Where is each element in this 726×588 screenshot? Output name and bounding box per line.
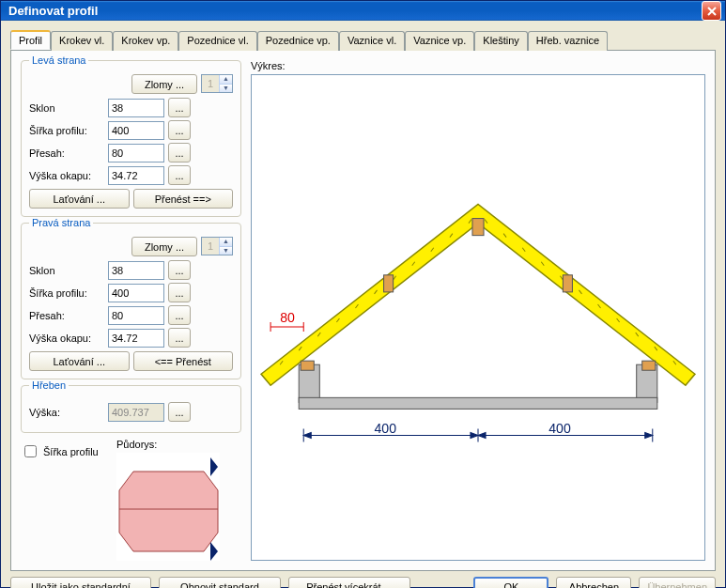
input-sklon-right[interactable] [108, 261, 164, 280]
more-vyska-right-button[interactable]: ... [168, 328, 191, 348]
tab-krokev-vp[interactable]: Krokev vp. [113, 31, 178, 51]
svg-marker-3 [210, 542, 218, 561]
legend-hreben: Hřeben [29, 379, 69, 391]
label-sklon-right: Sklon [29, 265, 104, 276]
spinner-up-icon[interactable]: ▲ [219, 75, 232, 85]
tabs-row: Profil Krokev vl. Krokev vp. Pozednice v… [10, 30, 716, 50]
more-hreben-button[interactable]: ... [168, 402, 191, 422]
input-sirka-right[interactable] [108, 284, 164, 302]
label-sklon-left: Sklon [29, 102, 104, 114]
spinner-down-icon[interactable]: ▼ [219, 85, 232, 93]
vykres-canvas: 80 400 400 [251, 74, 705, 561]
tab-klestiny[interactable]: Kleštiny [474, 31, 528, 51]
input-hreben-vyska [108, 403, 164, 422]
input-sklon-left[interactable] [108, 99, 164, 117]
more-sklon-right-button[interactable]: ... [168, 260, 191, 280]
pudorys-canvas [116, 453, 220, 561]
dialog-window: Definovat profil Profil Krokev vl. Kroke… [0, 0, 726, 588]
pudorys-label: Půdorys: [116, 439, 220, 450]
svg-marker-2 [210, 457, 218, 476]
tab-pozednice-vl[interactable]: Pozednice vl. [178, 31, 256, 51]
window-title: Definovat profil [8, 4, 702, 18]
input-vyska-left[interactable] [108, 166, 164, 185]
input-sirka-left[interactable] [108, 121, 164, 140]
group-left-side: Levá strana Zlomy ... 1 ▲▼ Sklon ... [21, 60, 241, 217]
tab-hreb-vaznice[interactable]: Hřeb. vaznice [528, 31, 608, 51]
label-vyska-right: Výška okapu: [29, 333, 104, 344]
transfer-multiple-button[interactable]: Přenést vícekrát ... [288, 577, 410, 588]
input-presah-right[interactable] [108, 306, 164, 325]
tab-krokev-vl[interactable]: Krokev vl. [51, 31, 113, 51]
dim-w1: 400 [375, 421, 397, 436]
zlomy-right-button[interactable]: Zlomy ... [131, 237, 197, 256]
more-sirka-left-button[interactable]: ... [168, 120, 191, 140]
tab-vaznice-vp[interactable]: Vaznice vp. [405, 31, 474, 51]
tab-profil[interactable]: Profil [10, 30, 51, 50]
svg-marker-0 [119, 472, 218, 551]
svg-marker-44 [478, 433, 486, 439]
svg-rect-33 [642, 361, 656, 370]
input-presah-left[interactable] [108, 144, 164, 162]
apply-button: Übernehmen [639, 577, 716, 588]
zlomy-left-button[interactable]: Zlomy ... [131, 74, 197, 94]
label-sirka-left: Šířka profilu: [29, 125, 104, 136]
svg-rect-34 [299, 397, 657, 409]
group-hreben: Hřeben Výška: ... [21, 385, 241, 433]
more-presah-left-button[interactable]: ... [168, 143, 191, 162]
svg-rect-29 [563, 275, 572, 292]
titlebar: Definovat profil [1, 1, 725, 21]
spinner-up-icon[interactable]: ▲ [219, 238, 232, 247]
zlomy-left-spinner[interactable]: 1 ▲▼ [201, 74, 233, 93]
prenest-right-button[interactable]: Přenést ==> [133, 189, 234, 209]
dim-presah: 80 [280, 310, 295, 325]
zlomy-right-spinner[interactable]: 1 ▲▼ [201, 237, 233, 255]
save-standard-button[interactable]: Uložit jako standardní [10, 577, 151, 588]
cancel-button[interactable]: Abbrechen [556, 577, 631, 588]
legend-left: Levá strana [29, 54, 88, 66]
group-right-side: Pravá strana Zlomy ... 1 ▲▼ Sklon ... [21, 223, 241, 379]
svg-marker-45 [645, 433, 653, 439]
restore-standard-button[interactable]: Obnovit standard [159, 577, 281, 588]
more-vyska-left-button[interactable]: ... [168, 165, 191, 185]
spinner-down-icon[interactable]: ▼ [219, 247, 232, 255]
label-presah-right: Přesah: [29, 310, 104, 321]
sirka-profilu-label: Šířka profilu [43, 446, 99, 457]
right-column: Výkres: [251, 60, 705, 561]
label-hreben-vyska: Výška: [29, 407, 104, 418]
tab-vaznice-vl[interactable]: Vaznice vl. [339, 31, 405, 51]
vykres-label: Výkres: [251, 60, 705, 71]
legend-right: Pravá strana [29, 217, 93, 228]
label-vyska-left: Výška okapu: [29, 170, 104, 181]
close-button[interactable] [702, 1, 721, 21]
svg-rect-32 [301, 361, 314, 370]
latovani-left-button[interactable]: Laťování ... [29, 189, 130, 209]
dim-w2: 400 [548, 421, 571, 436]
label-presah-left: Přesah: [29, 147, 104, 159]
more-sirka-right-button[interactable]: ... [168, 283, 191, 302]
prenest-left-button[interactable]: <== Přenést [133, 351, 234, 371]
input-vyska-right[interactable] [108, 329, 164, 348]
footer-buttons: Uložit jako standardní Obnovit standard … [10, 571, 716, 588]
ok-button[interactable]: OK [473, 577, 548, 588]
tab-pozednice-vp[interactable]: Pozednice vp. [257, 31, 339, 51]
svg-rect-27 [472, 219, 484, 236]
left-column: Levá strana Zlomy ... 1 ▲▼ Sklon ... [21, 60, 241, 561]
more-sklon-left-button[interactable]: ... [168, 98, 191, 117]
label-sirka-right: Šířka profilu: [29, 287, 104, 299]
content-area: Profil Krokev vl. Krokev vp. Pozednice v… [1, 21, 725, 588]
sirka-profilu-check[interactable]: Šířka profilu [21, 442, 105, 460]
sirka-profilu-checkbox[interactable] [24, 445, 37, 457]
latovani-right-button[interactable]: Laťování ... [29, 351, 130, 371]
more-presah-right-button[interactable]: ... [168, 305, 191, 325]
tab-panel: Levá strana Zlomy ... 1 ▲▼ Sklon ... [10, 50, 716, 571]
svg-rect-28 [384, 275, 394, 292]
svg-marker-42 [303, 433, 311, 439]
